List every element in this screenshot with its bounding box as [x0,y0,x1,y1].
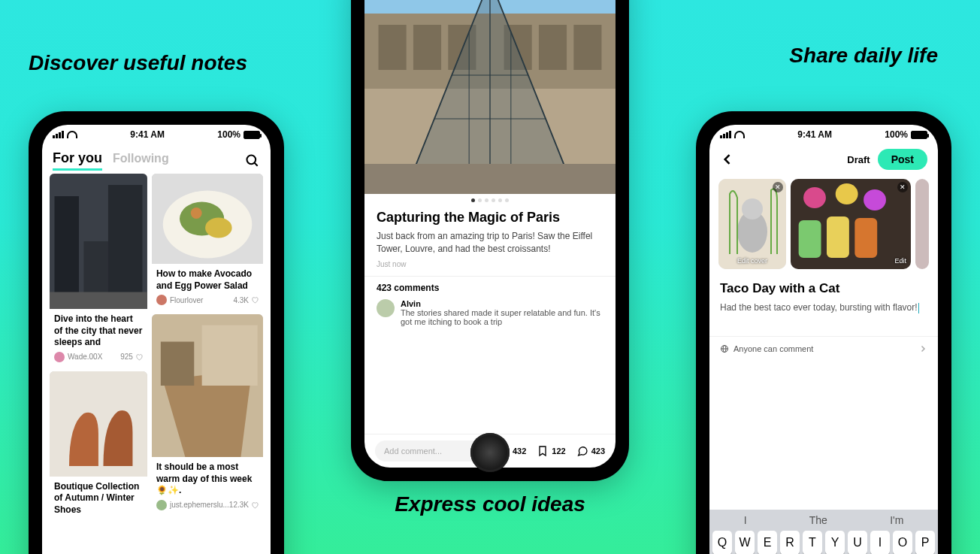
phone-discover: 9:41 AM 100% For you Following Dive into… [29,111,284,554]
card-likes: 4.3K [233,296,249,304]
privacy-option[interactable]: Anyone can comment [709,336,938,361]
svg-line-1 [255,162,258,165]
svg-rect-19 [379,25,407,70]
comment-item[interactable]: AlvinThe stories shared made it super re… [377,299,603,326]
key-o[interactable]: O [893,531,912,554]
key-t[interactable]: T [803,531,822,554]
status-time: 9:41 AM [130,129,165,140]
suggestion[interactable]: I'm [890,514,903,526]
bookmark-button[interactable]: 122 [537,445,565,457]
tab-following[interactable]: Following [113,152,169,165]
edit-label: Edit [894,257,906,265]
card-title: It should be a most warm day of this wee… [152,457,263,498]
svg-point-12 [191,207,202,219]
draft-button[interactable]: Draft [847,154,870,165]
keyboard[interactable]: I The I'm QWERTYUIOP ASDFGHJKL ZXCVBNM [709,510,938,554]
globe-icon [720,344,729,353]
key-q[interactable]: Q [712,531,732,554]
comment-text: The stories shared made it super relatab… [401,308,600,326]
svg-point-39 [803,187,826,208]
post-button[interactable]: Post [878,149,927,170]
key-i[interactable]: I [870,531,890,554]
heart-icon [135,353,143,361]
status-battery: 100% [885,129,908,140]
feed-card[interactable]: Boutique Collection of Autumn / Winter S… [50,371,147,518]
feed-card[interactable]: It should be a most warm day of this wee… [152,314,263,515]
compose-title[interactable]: Taco Day with a Cat [720,281,927,296]
wifi-icon [67,131,77,138]
svg-rect-37 [827,216,849,258]
card-title: Dive into the heart of the city that nev… [50,309,147,350]
svg-rect-15 [161,342,194,386]
post-body: Just back from an amazing trip to Paris!… [377,230,603,256]
feed-card[interactable]: Dive into the heart of the city that nev… [50,174,147,367]
avatar [377,299,395,317]
svg-rect-38 [854,218,877,258]
svg-point-41 [864,189,886,210]
remove-icon[interactable]: ✕ [773,182,783,192]
search-icon[interactable] [245,153,260,168]
svg-point-40 [836,183,858,204]
card-title: Boutique Collection of Autumn / Winter S… [50,477,147,518]
attached-photo[interactable]: ✕ Edit [791,179,911,269]
attached-photo-peek[interactable] [915,179,929,269]
headline-share: Share daily life [789,44,938,68]
cover-photo[interactable]: ✕ Edit cover [718,179,786,269]
key-e[interactable]: E [758,531,777,554]
card-likes: 12.3K [229,501,249,509]
headline-express: Express cool ideas [395,492,585,516]
tab-for-you[interactable]: For you [53,150,102,171]
compose-body[interactable]: Had the best taco ever today, bursting w… [720,302,927,313]
key-u[interactable]: U [848,531,867,554]
chevron-right-icon [918,344,927,353]
heart-icon [251,501,259,509]
svg-rect-20 [413,25,441,70]
wifi-icon [734,131,745,138]
status-bar: 9:41 AM 100% [709,125,938,144]
feed-card[interactable]: How to make Avocado and Egg Power Salad … [152,174,263,310]
card-author: just.ephemerslu... [170,501,229,509]
hero-image[interactable] [364,0,616,194]
svg-point-0 [247,155,256,164]
card-author: Flourlover [170,296,203,304]
svg-rect-14 [202,325,258,386]
edit-cover-label: Edit cover [723,257,782,265]
headline-discover: Discover useful notes [29,51,247,75]
suggestion[interactable]: The [809,514,827,526]
svg-point-34 [742,198,763,219]
status-battery: 100% [217,129,240,140]
comments-count: 423 comments [377,283,603,293]
post-time: Just now [377,260,603,268]
svg-point-11 [205,218,232,238]
card-title: How to make Avocado and Egg Power Salad [152,264,263,293]
svg-rect-24 [573,25,601,70]
key-w[interactable]: W [735,531,755,554]
phone-express: Capturing the Magic of Paris Just back f… [351,0,629,481]
svg-rect-36 [799,220,821,258]
svg-rect-23 [539,25,567,70]
back-icon[interactable] [720,152,735,167]
comment-author: Alvin [401,299,603,308]
remove-icon[interactable]: ✕ [897,182,908,192]
status-time: 9:41 AM [797,129,832,140]
card-likes: 925 [120,353,133,361]
comment-button[interactable]: 423 [576,445,605,457]
post-title: Capturing the Magic of Paris [377,210,603,226]
card-author: Wade.00X [68,353,102,361]
phone-share: 9:41 AM 100% Draft Post ✕ Edit cover ✕ E… [696,111,951,554]
home-button[interactable] [470,433,510,472]
key-y[interactable]: Y [825,531,845,554]
svg-rect-4 [108,185,142,309]
svg-rect-6 [50,292,147,310]
svg-rect-31 [364,164,616,194]
suggestion[interactable]: I [744,514,747,526]
key-p[interactable]: P [915,531,935,554]
heart-icon [251,296,259,304]
image-pager[interactable] [364,194,616,207]
status-bar: 9:41 AM 100% [42,125,271,144]
key-r[interactable]: R [780,531,800,554]
